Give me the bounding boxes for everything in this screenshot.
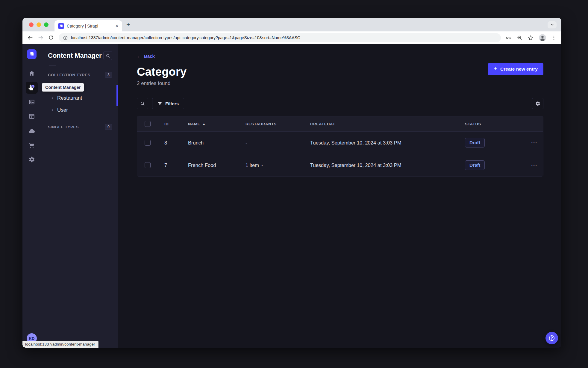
close-window-button[interactable] — [29, 22, 34, 27]
strapi-favicon — [58, 23, 64, 29]
search-button[interactable] — [137, 98, 148, 109]
subnav-item-user[interactable]: • User — [48, 104, 112, 116]
table-row[interactable]: 7 French Food 1 item ▾ Tuesday, Septembe… — [137, 154, 543, 176]
header-createdat[interactable]: CREATEDAT — [310, 122, 465, 126]
row-checkbox[interactable] — [145, 140, 151, 146]
single-types-section: SINGLE TYPES 0 — [48, 124, 112, 130]
strapi-logo[interactable] — [27, 49, 37, 59]
section-label: SINGLE TYPES — [48, 125, 79, 129]
page-title: Category — [137, 66, 543, 78]
create-new-entry-button[interactable]: + Create new entry — [488, 63, 543, 75]
tab-close-icon[interactable]: ✕ — [115, 24, 119, 28]
cell-name: Brunch — [188, 140, 245, 146]
section-label: COLLECTION TYPES — [48, 73, 90, 77]
link-preview-status-bar: localhost:1337/admin/content-manager — [22, 341, 98, 348]
new-tab-button[interactable]: + — [126, 21, 130, 28]
nav-content-type-builder-icon[interactable] — [26, 110, 38, 122]
filter-icon — [157, 101, 162, 106]
profile-avatar-icon[interactable] — [539, 34, 546, 42]
collection-types-count-badge: 3 — [105, 72, 112, 78]
cell-name: French Food — [188, 162, 245, 168]
cell-restaurants[interactable]: 1 item ▾ — [245, 162, 310, 168]
zoom-in-icon[interactable] — [516, 35, 523, 41]
window-controls[interactable] — [29, 22, 49, 27]
status-badge: Draft — [465, 160, 485, 170]
browser-menu-dots-icon[interactable] — [551, 35, 557, 40]
subnav-title: Content Manager — [48, 52, 102, 60]
browser-tab-strip: Category | Strapi ✕ + — [22, 18, 561, 31]
filters-label: Filters — [165, 101, 179, 106]
sort-asc-icon: ▲ — [203, 122, 206, 125]
browser-toolbar: localhost:1337/admin/content-manager/col… — [22, 31, 561, 44]
table-header-row: ID NAME ▲ RESTAURANTS CREATEDAT STATUS — [137, 116, 543, 131]
subnav-search-icon[interactable] — [103, 51, 112, 60]
nav-home-icon[interactable] — [26, 67, 38, 79]
row-actions-menu-icon[interactable]: ⋯ — [525, 162, 543, 169]
help-button[interactable] — [545, 332, 558, 344]
url-bar[interactable]: localhost:1337/admin/content-manager/col… — [59, 33, 501, 42]
back-icon[interactable] — [27, 35, 33, 41]
cell-createdat: Tuesday, September 10, 2024 at 3:03 PM — [310, 140, 465, 146]
minimize-window-button[interactable] — [37, 22, 41, 27]
filters-button[interactable]: Filters — [152, 98, 184, 109]
single-types-count-badge: 0 — [105, 124, 112, 130]
tab-search-chevron-icon[interactable] — [548, 21, 557, 28]
header-status[interactable]: STATUS — [465, 122, 525, 126]
reload-icon[interactable] — [48, 35, 54, 41]
table-row[interactable]: 8 Brunch - Tuesday, September 10, 2024 a… — [137, 131, 543, 154]
nav-divider — [22, 63, 41, 63]
browser-tab[interactable]: Category | Strapi ✕ — [54, 20, 122, 31]
strapi-admin-app: KD Content Manager COLLECTION TYPES 3 • … — [22, 44, 561, 348]
cell-createdat: Tuesday, September 10, 2024 at 3:03 PM — [310, 162, 465, 168]
main-content: ← Back Category 2 entries found + Create… — [118, 44, 561, 348]
back-label: Back — [144, 54, 155, 59]
chevron-down-icon: ▾ — [261, 164, 263, 167]
back-arrow-icon: ← — [137, 54, 141, 59]
password-key-icon[interactable] — [505, 35, 512, 41]
row-actions-menu-icon[interactable]: ⋯ — [525, 139, 543, 146]
mouse-cursor-pointer — [27, 84, 35, 92]
header-restaurants[interactable]: RESTAURANTS — [245, 122, 310, 126]
nav-media-library-icon[interactable] — [26, 96, 38, 108]
status-badge: Draft — [465, 138, 485, 147]
row-checkbox[interactable] — [145, 162, 151, 168]
back-link[interactable]: ← Back — [137, 54, 155, 59]
header-name[interactable]: NAME ▲ — [188, 122, 245, 126]
subnav-scroll-indicator — [116, 85, 118, 106]
tab-title: Category | Strapi — [67, 24, 113, 28]
entries-count: 2 entries found — [137, 80, 543, 86]
nav-settings-gear-icon[interactable] — [26, 153, 38, 165]
cell-restaurants: - — [245, 140, 310, 146]
subnav-item-label: Restaurant — [57, 95, 82, 101]
bookmark-star-icon[interactable] — [528, 35, 534, 41]
select-all-checkbox[interactable] — [145, 121, 151, 127]
maximize-window-button[interactable] — [44, 22, 49, 27]
header-id[interactable]: ID — [164, 122, 188, 126]
nav-marketplace-cart-icon[interactable] — [26, 139, 38, 151]
page-info-icon[interactable] — [63, 35, 68, 40]
subnav-item-label: User — [57, 107, 68, 113]
cell-id: 7 — [164, 162, 188, 168]
content-manager-tooltip: Content Manager — [42, 83, 84, 92]
entries-table: ID NAME ▲ RESTAURANTS CREATEDAT STATUS 8… — [137, 116, 543, 177]
nav-deploy-cloud-icon[interactable] — [26, 125, 38, 137]
forward-icon — [38, 35, 44, 41]
table-actions-row: Filters — [137, 98, 543, 109]
browser-window: Category | Strapi ✕ + localhost:1337/adm… — [22, 18, 561, 348]
collection-types-section: COLLECTION TYPES 3 — [48, 72, 112, 78]
header-name-label: NAME — [188, 122, 200, 126]
subnav-divider — [49, 66, 56, 66]
toolbar-actions — [505, 34, 557, 42]
subnav-item-restaurant[interactable]: • Restaurant — [48, 92, 112, 104]
create-button-label: Create new entry — [500, 66, 538, 72]
view-settings-gear-button[interactable] — [532, 98, 543, 109]
relation-count-label: 1 item — [245, 162, 259, 168]
cell-id: 8 — [164, 140, 188, 146]
url-text[interactable]: localhost:1337/admin/content-manager/col… — [71, 35, 300, 40]
